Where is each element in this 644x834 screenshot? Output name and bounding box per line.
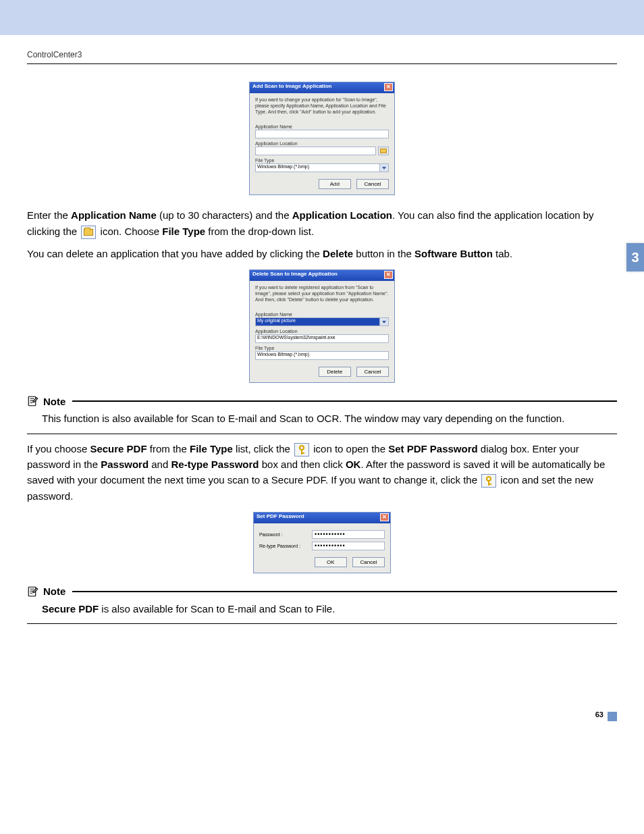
- dialog-titlebar: Delete Scan to Image Application ✕: [250, 270, 394, 281]
- retype-password-label: Re-type Password :: [259, 544, 312, 548]
- folder-icon: [380, 149, 387, 153]
- app-name-field[interactable]: [255, 130, 389, 138]
- dialog-title: Delete Scan to Image Application: [252, 271, 338, 277]
- breadcrumb: ControlCenter3: [27, 50, 617, 59]
- cancel-button[interactable]: Cancel: [356, 367, 389, 377]
- app-location-label: Application Location: [255, 329, 389, 334]
- paragraph: You can delete an application that you h…: [27, 246, 617, 261]
- password-field[interactable]: •••••••••••: [312, 530, 385, 539]
- note-end-rule: [27, 434, 617, 434]
- key-icon: [486, 476, 491, 486]
- cancel-button[interactable]: Cancel: [352, 557, 385, 567]
- paragraph: Enter the Application Name (up to 30 cha…: [27, 207, 617, 239]
- dialog-titlebar: Set PDF Password ✕: [254, 513, 390, 523]
- password-label: Password :: [259, 532, 312, 537]
- browse-inline-icon: [81, 226, 96, 239]
- folder-icon: [84, 229, 93, 236]
- cancel-button[interactable]: Cancel: [356, 179, 389, 189]
- delete-app-dialog: Delete Scan to Image Application ✕ If yo…: [249, 269, 395, 383]
- browse-button[interactable]: [378, 147, 389, 155]
- add-app-dialog: Add Scan to Image Application ✕ If you w…: [249, 82, 395, 195]
- paragraph: If you choose Secure PDF from the File T…: [27, 441, 617, 504]
- header-rule: [27, 63, 617, 64]
- dialog-titlebar: Add Scan to Image Application ✕: [250, 82, 394, 93]
- file-type-label: File Type: [255, 346, 389, 350]
- note-box: Note This function is also available for…: [27, 395, 617, 434]
- ok-button[interactable]: OK: [315, 557, 347, 567]
- key-inline-icon: [481, 474, 496, 488]
- file-type-label: File Type: [255, 158, 389, 163]
- note-title: Note: [43, 396, 65, 407]
- app-name-select[interactable]: My original picture: [255, 317, 389, 326]
- app-name-value: My original picture: [257, 318, 296, 323]
- app-location-field[interactable]: [255, 147, 376, 155]
- page-number: 63: [595, 710, 603, 719]
- dialog-description: If you want to change your application f…: [255, 97, 389, 115]
- dialog-description: If you want to delete registered applica…: [255, 285, 389, 303]
- chevron-down-icon[interactable]: [379, 164, 388, 172]
- note-body: This function is also available for Scan…: [27, 407, 617, 434]
- close-icon[interactable]: ✕: [380, 513, 389, 521]
- close-icon[interactable]: ✕: [384, 83, 393, 91]
- close-icon[interactable]: ✕: [384, 271, 393, 279]
- note-box: Note Secure PDF is also available for Sc…: [27, 585, 617, 625]
- note-icon: [27, 585, 39, 598]
- key-icon: [299, 445, 304, 454]
- file-type-select[interactable]: Windows Bitmap (*.bmp): [255, 163, 389, 172]
- note-rule: [72, 400, 617, 402]
- file-type-field: Windows Bitmap (*.bmp): [255, 351, 389, 360]
- add-button[interactable]: Add: [319, 179, 351, 189]
- dialog-title: Set PDF Password: [257, 513, 304, 519]
- set-pdf-password-dialog: Set PDF Password ✕ Password : ••••••••••…: [253, 512, 391, 573]
- note-body: Secure PDF is also available for Scan to…: [27, 598, 617, 624]
- app-location-field: E:\WINDOWS\system32\mspaint.exe: [255, 334, 389, 343]
- footer-mark: [608, 712, 617, 721]
- app-location-label: Application Location: [255, 141, 389, 146]
- app-name-label: Application Name: [255, 312, 389, 317]
- chapter-tab: 3: [626, 243, 644, 271]
- key-inline-icon: [294, 443, 309, 457]
- dialog-title: Add Scan to Image Application: [252, 83, 332, 89]
- retype-password-field[interactable]: •••••••••••: [312, 542, 385, 550]
- note-end-rule: [27, 623, 617, 624]
- note-title: Note: [43, 585, 65, 597]
- app-name-label: Application Name: [255, 124, 389, 129]
- top-header-band: [0, 0, 644, 35]
- delete-button[interactable]: Delete: [319, 367, 351, 377]
- note-icon: [27, 395, 39, 407]
- note-rule: [72, 591, 617, 592]
- chevron-down-icon[interactable]: [379, 318, 388, 325]
- file-type-value: Windows Bitmap (*.bmp): [257, 164, 309, 169]
